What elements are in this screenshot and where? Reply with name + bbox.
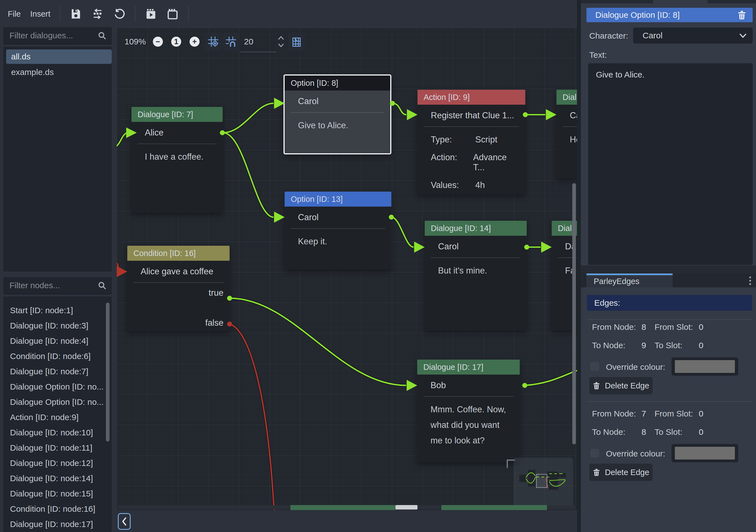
text-editor[interactable]: Give to Alice. [588,63,753,265]
panel-resize-divider[interactable] [577,0,581,532]
zoom-level-label: 109% [124,37,146,46]
offscreen-node-header-peek [290,505,395,510]
minimap-toggle-button[interactable] [288,33,305,51]
menu-file[interactable]: File [8,10,21,19]
trash-icon[interactable] [737,10,746,20]
node-list-item[interactable]: Dialogue Option [ID: no... [5,380,104,394]
zoom-in-button[interactable]: + [190,37,200,47]
minimap-icon [291,36,302,47]
text-label: Text: [589,50,607,60]
undo-icon[interactable] [113,8,125,20]
run-dialogue-icon[interactable] [145,8,157,20]
node-list-item[interactable]: Start [ID: node:1] [5,303,73,317]
graph-node-dialogue-14[interactable]: Dialogue [ID: 14] Carol But it's mine. [425,221,527,330]
minimap-viewport[interactable] [536,474,547,488]
offscreen-node-header-peek [441,505,547,510]
node-divider [133,282,224,283]
node-list-item[interactable]: Dialogue [ID: node:7] [5,364,88,379]
character-dropdown[interactable]: Carol [633,28,753,43]
delete-edge-label: Delete Edge [605,468,649,477]
node-list-item[interactable]: Dialogue [ID: node:11] [5,441,92,455]
edges-header: Edges: [587,295,752,311]
node-list-item[interactable]: Condition [ID: node:6] [5,349,91,364]
node-list-item[interactable]: Dialogue [ID: node:17] [5,517,93,531]
toolbar-separator [60,6,60,22]
node-list-item[interactable]: Dialogue [ID: node:14] [5,471,93,486]
snap-magnet-icon [226,36,236,47]
from-slot-value: 0 [699,322,703,332]
graph-node-dialogue-clipped-top[interactable]: Dial Ca He [556,90,577,179]
snap-distance-field[interactable]: 20 [244,37,253,46]
override-colour-checkbox[interactable] [590,362,599,371]
menu-insert[interactable]: Insert [30,10,51,19]
override-colour-picker[interactable] [671,357,738,376]
node-list: Start [ID: node:1] Dialogue [ID: node:3]… [3,296,112,532]
node-title: Dialogue [ID: 17] [417,360,520,374]
top-toolbar: File Insert [0,0,581,28]
graph-node-action-9[interactable]: Action [ID: 9] Register that Clue 1... T… [418,90,525,194]
from-slot-label: From Slot: [655,322,693,332]
zoom-reset-button[interactable]: 1 [171,37,181,47]
node-label: Register that Clue 1... [418,105,525,126]
from-node-value: 7 [641,409,646,418]
dialogue-file-item[interactable]: example.ds [6,65,112,79]
override-colour-label: Override colour: [606,362,665,372]
kebab-menu-icon[interactable] [748,276,752,286]
inspector-title: Dialogue Option [ID: 8] [595,10,680,20]
field-value: Advance T... [473,152,518,172]
reorder-icon[interactable] [92,8,104,20]
node-list-item[interactable]: Dialogue [ID: node:3] [5,318,88,333]
override-colour-picker[interactable] [671,444,738,462]
override-colour-checkbox[interactable] [590,449,599,458]
canvas-hscrollbar-thumb[interactable] [395,505,418,510]
character-label: Character: [589,31,628,40]
search-icon [97,31,107,40]
node-list-item[interactable]: Dialogue [ID: node:4] [5,334,88,348]
node-list-item[interactable]: Action [ID: node:9] [5,410,79,424]
node-list-item[interactable]: Condition [ID: node:16] [5,502,95,516]
minimap[interactable] [514,458,573,507]
node-list-item[interactable]: Dialogue [ID: node:12] [5,456,93,470]
canvas-vscrollbar-thumb[interactable] [572,183,576,444]
run-scene-icon[interactable] [167,8,179,20]
dialogues-filter-input[interactable]: Filter dialogues... [3,27,112,44]
grid-toggle-button[interactable] [204,33,222,51]
to-slot-value: 0 [699,341,703,350]
node-title: Option [ID: 13] [284,191,392,207]
condition-output-true: true [127,287,230,299]
tab-parleyedges[interactable]: ParleyEdges [586,273,673,287]
zoom-out-button[interactable]: − [153,37,163,47]
snap-toggle-button[interactable] [222,33,240,51]
node-list-scrollbar[interactable] [106,303,110,442]
node-divider [423,126,519,127]
from-slot-value: 0 [699,409,703,418]
tab-row: ParleyEdges [581,273,756,287]
graph-node-option-8-selected[interactable]: Option [ID: 8] Carol Give to Alice. [284,74,392,154]
input-port-arrow-red [117,266,127,277]
node-list-item[interactable]: Dialogue [ID: node:15] [5,487,93,501]
collapse-panel-button[interactable] [118,513,131,530]
node-text: Mmm. Coffee. Now, what did you want me t… [417,397,520,448]
node-title: Dial [556,90,577,105]
nodes-filter-input[interactable]: Filter nodes... [3,277,112,294]
to-slot-label: To Slot: [655,427,682,437]
graph-node-option-13[interactable]: Option [ID: 13] Carol Keep it. [284,191,392,269]
colour-swatch [675,360,735,373]
graph-node-condition-16[interactable]: Condition [ID: 16] Alice gave a coffee t… [127,246,230,332]
graph-canvas[interactable]: Dialogue [ID: 7] Alice I have a coffee. … [117,28,577,510]
canvas-toolbar: 109% − 1 + 20 [117,28,577,53]
delete-edge-button[interactable]: Delete Edge [589,464,653,481]
node-character: Bob [417,374,520,396]
delete-edge-label: Delete Edge [605,381,649,391]
dock-tab-notch [653,0,708,3]
delete-edge-button[interactable]: Delete Edge [589,377,653,394]
node-list-item[interactable]: Dialogue Option [ID: no... [5,395,104,409]
save-icon[interactable] [70,8,82,20]
graph-node-dialogue-17[interactable]: Dialogue [ID: 17] Bob Mmm. Coffee. Now, … [417,360,520,462]
spinbox-arrows[interactable] [277,35,284,49]
app-root: File Insert Filter dialogues... all.ds e… [0,0,756,532]
dialogue-file-item-selected[interactable]: all.ds [6,49,112,64]
graph-node-dialogue-7[interactable]: Dialogue [ID: 7] Alice I have a coffee. [131,107,223,213]
field-label: Action: [431,152,473,172]
node-list-item[interactable]: Dialogue [ID: node:10] [5,425,93,440]
